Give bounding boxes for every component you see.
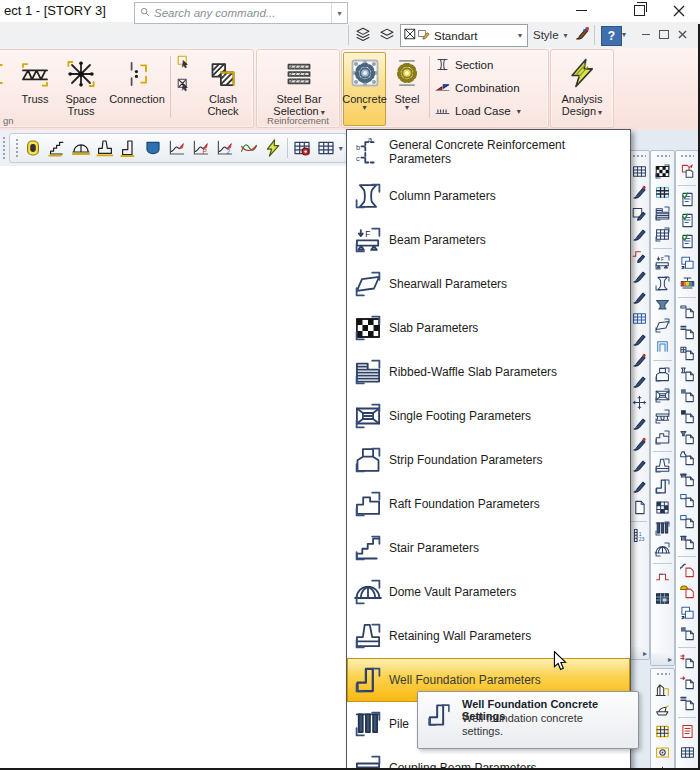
select-remove-button[interactable] — [174, 77, 194, 97]
assign-brush-red-button[interactable] — [629, 182, 649, 203]
page-waffle-button[interactable] — [676, 343, 698, 364]
menu-item[interactable]: Retaining Wall Parameters — [347, 614, 630, 658]
window-close-button[interactable] — [664, 0, 694, 21]
hook-edit-button[interactable] — [629, 245, 649, 266]
toolbar-grip[interactable] — [656, 672, 670, 677]
menu-item[interactable]: Stair Parameters — [347, 526, 630, 570]
style-button[interactable]: Style ▾ — [533, 25, 568, 45]
well-yellow-button[interactable] — [117, 136, 141, 160]
column-button[interactable] — [651, 273, 674, 294]
pages-button[interactable] — [676, 602, 698, 623]
curves-button[interactable] — [237, 136, 261, 160]
assign-brush-button[interactable] — [629, 413, 649, 434]
chart-2-button[interactable]: 2 — [213, 136, 237, 160]
menu-item[interactable]: Dome Vault Parameters — [347, 570, 630, 614]
page-block-button[interactable] — [676, 623, 698, 644]
select-add-button[interactable] — [174, 54, 194, 74]
toolbar-overflow-caret-icon[interactable]: ▾ — [338, 144, 344, 153]
mdi-restore-button[interactable] — [656, 27, 672, 42]
page-ribbed-button[interactable] — [676, 693, 698, 714]
toolbar-grip[interactable] — [15, 138, 18, 158]
page-strip-button[interactable] — [676, 448, 698, 469]
page-blue-button[interactable] — [676, 490, 698, 511]
page-column-button[interactable] — [676, 364, 698, 385]
page-arrow-button[interactable] — [676, 672, 698, 693]
help-caret-icon[interactable]: ▾ — [622, 30, 626, 39]
combo-caret-icon[interactable]: ▾ — [513, 25, 527, 46]
menu-item[interactable]: Column Parameters — [347, 174, 630, 218]
report-check-button[interactable] — [676, 189, 698, 210]
profile-hook-button[interactable] — [651, 567, 674, 588]
toolbar-grip[interactable] — [2, 136, 7, 160]
retaining-wall-button[interactable] — [651, 455, 674, 476]
window-minimize-button[interactable] — [566, 0, 596, 21]
ribbed-waffle-slab-button[interactable] — [651, 203, 674, 224]
stair-yellow-button[interactable] — [45, 136, 69, 160]
pages-button[interactable] — [676, 252, 698, 273]
concrete-button[interactable]: Concrete — [343, 52, 386, 126]
page-pile-button[interactable] — [676, 532, 698, 553]
retaining-yellow-button[interactable] — [93, 136, 117, 160]
mdi-close-button[interactable] — [674, 27, 690, 42]
assign-brush-button[interactable] — [629, 224, 649, 245]
page-coupling-button[interactable] — [676, 469, 698, 490]
search-dropdown-caret-icon[interactable]: ▾ — [331, 3, 347, 23]
bolt-button[interactable] — [261, 136, 285, 160]
grid-block-button[interactable] — [651, 224, 674, 245]
menu-item[interactable]: Strip Foundation Parameters — [347, 438, 630, 482]
column-yellow-button[interactable] — [21, 136, 45, 160]
toolbar-overflow-button[interactable]: ▸ — [629, 647, 649, 659]
menu-item[interactable]: Ribbed-Waffle Slab Parameters — [347, 350, 630, 394]
shearwall-button[interactable] — [651, 315, 674, 336]
copy-settings-button[interactable] — [676, 161, 698, 182]
circle-box-button[interactable] — [651, 742, 674, 763]
crosshair-button[interactable] — [629, 392, 649, 413]
u-profile-button[interactable] — [651, 336, 674, 357]
assign-brush-button[interactable] — [629, 476, 649, 497]
grid-button[interactable] — [676, 742, 698, 763]
well-foundation-button[interactable] — [651, 476, 674, 497]
strip-foundation-button[interactable] — [651, 364, 674, 385]
funnel-button[interactable] — [651, 294, 674, 315]
assign-brush-red-button[interactable] — [629, 350, 649, 371]
page-ribbed-button[interactable] — [676, 322, 698, 343]
layer-profile-combo[interactable]: Standart ▾ — [400, 24, 528, 47]
window-edit-button[interactable] — [629, 203, 649, 224]
boat-button[interactable] — [651, 700, 674, 721]
blank-page-button[interactable] — [629, 497, 649, 518]
window-restore-button[interactable] — [624, 0, 654, 21]
page-beam-button[interactable] — [676, 301, 698, 322]
page-dark-button[interactable] — [676, 406, 698, 427]
page-funnel-button[interactable] — [676, 427, 698, 448]
red-report-button[interactable] — [676, 721, 698, 742]
slab-button[interactable] — [651, 161, 674, 182]
mdi-minimize-button[interactable] — [638, 27, 654, 42]
section-button[interactable]: Section — [434, 53, 493, 77]
format-painter-button[interactable] — [571, 25, 593, 46]
combination-button[interactable]: Combination — [434, 76, 520, 100]
rainbow-button[interactable] — [676, 273, 698, 294]
toolbar-grip[interactable] — [632, 154, 646, 159]
menu-item[interactable]: Single Footing Parameters — [347, 394, 630, 438]
assign-brush-button[interactable] — [629, 287, 649, 308]
grid-button[interactable] — [314, 136, 338, 160]
menu-item[interactable]: Coupling Beam Parameters — [347, 746, 630, 770]
page-arrows-button[interactable] — [676, 651, 698, 672]
beam-button[interactable]: F — [651, 252, 674, 273]
menu-item[interactable]: FBeam Parameters — [347, 218, 630, 262]
dark-slab-button[interactable] — [651, 588, 674, 609]
assign-brush-button[interactable] — [629, 329, 649, 350]
toolbar-grip[interactable] — [656, 154, 670, 159]
pile-blue-button[interactable] — [141, 136, 165, 160]
chart-p-button[interactable]: P — [189, 136, 213, 160]
report-check-button[interactable] — [676, 210, 698, 231]
toolbar-grip[interactable] — [680, 154, 694, 159]
report-check-button[interactable] — [676, 231, 698, 252]
waffle-button[interactable] — [651, 182, 674, 203]
assign-brush-red-button[interactable] — [629, 434, 649, 455]
grid-gear-button[interactable] — [290, 136, 314, 160]
menu-item[interactable]: Shearwall Parameters — [347, 262, 630, 306]
menu-item[interactable]: Slab Parameters — [347, 306, 630, 350]
command-search-input[interactable]: Search any command... ▾ — [134, 2, 348, 24]
menu-item[interactable]: Raft Foundation Parameters — [347, 482, 630, 526]
